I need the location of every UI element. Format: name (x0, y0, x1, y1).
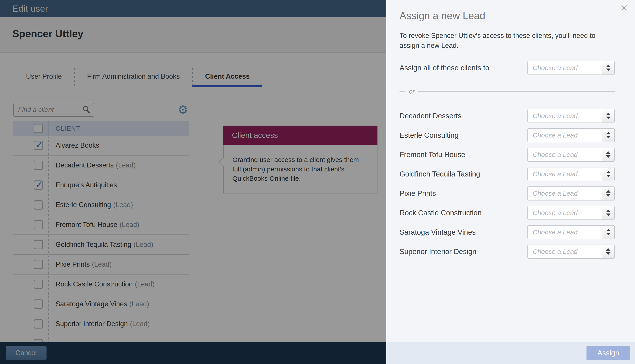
client-lead-row: Pixie Prints Choose a Lead (399, 184, 615, 203)
select-placeholder: Choose a Lead (528, 168, 602, 181)
divider-dash (399, 91, 405, 92)
client-name: Rock Castle Construction (399, 209, 481, 217)
spinner-arrows-icon (602, 206, 614, 220)
assign-all-lead-select[interactable]: Choose a Lead (527, 61, 615, 75)
arrow-down-icon (606, 252, 610, 255)
arrow-up-icon (606, 190, 610, 192)
arrow-down-icon (606, 136, 610, 138)
client-lead-row: Goldfinch Tequila Tasting Choose a Lead (399, 164, 615, 184)
arrow-up-icon (606, 171, 610, 173)
select-placeholder: Choose a Lead (528, 206, 602, 220)
client-name: Esterle Consulting (399, 131, 459, 140)
client-lead-row: Rock Castle Construction Choose a Lead (399, 203, 615, 222)
arrow-down-icon (606, 175, 610, 177)
arrow-down-icon (606, 155, 610, 158)
spinner-arrows-icon (602, 109, 614, 122)
lead-select[interactable]: Choose a Lead (527, 109, 615, 123)
select-placeholder: Choose a Lead (528, 129, 602, 142)
intro-period: . (457, 42, 459, 49)
per-client-lead-list: Decadent Desserts Choose a Lead Esterle … (399, 106, 615, 261)
select-placeholder: Choose a Lead (528, 109, 602, 122)
client-lead-row: Decadent Desserts Choose a Lead (399, 106, 615, 126)
lead-select[interactable]: Choose a Lead (527, 128, 615, 142)
arrow-up-icon (606, 64, 610, 67)
arrow-down-icon (606, 233, 610, 235)
lead-select[interactable]: Choose a Lead (527, 186, 615, 200)
select-placeholder: Choose a Lead (528, 187, 602, 200)
spinner-arrows-icon (602, 187, 614, 200)
assign-button[interactable]: Assign (586, 346, 630, 360)
panel-footer: Assign (386, 342, 635, 364)
arrow-down-icon (606, 214, 610, 216)
arrow-up-icon (606, 248, 610, 251)
select-placeholder: Choose a Lead (528, 148, 602, 161)
client-name: Goldfinch Tequila Tasting (399, 170, 480, 178)
spinner-arrows-icon (602, 226, 614, 239)
assign-all-label: Assign all of these clients to (399, 64, 489, 72)
panel-title: Assign a new Lead (399, 10, 615, 22)
arrow-up-icon (606, 151, 610, 154)
assign-lead-panel: ✕ Assign a new Lead To revoke Spencer Ut… (386, 0, 635, 364)
modal-dim-overlay (0, 0, 386, 364)
lead-select[interactable]: Choose a Lead (527, 244, 615, 259)
lead-select[interactable]: Choose a Lead (527, 148, 615, 162)
spinner-arrows-icon (602, 129, 614, 142)
panel-intro: To revoke Spencer Uttley’s access to the… (399, 31, 609, 51)
spinner-arrows-icon (602, 61, 614, 74)
arrow-down-icon (606, 194, 610, 196)
client-lead-row: Esterle Consulting Choose a Lead (399, 126, 615, 145)
select-placeholder: Choose a Lead (528, 61, 602, 74)
arrow-down-icon (606, 68, 610, 71)
select-placeholder: Choose a Lead (528, 245, 602, 258)
or-label: or (409, 88, 415, 95)
arrow-up-icon (606, 210, 610, 212)
or-divider: or (399, 88, 615, 95)
lead-select[interactable]: Choose a Lead (527, 225, 615, 239)
client-lead-row: Saratoga Vintage Vines Choose a Lead (399, 222, 615, 242)
arrow-down-icon (606, 116, 610, 119)
client-name: Fremont Tofu House (399, 150, 465, 159)
client-name: Decadent Desserts (399, 112, 461, 120)
client-name: Saratoga Vintage Vines (399, 228, 476, 236)
arrow-up-icon (606, 112, 610, 115)
arrow-up-icon (606, 229, 610, 231)
lead-term[interactable]: Lead (441, 42, 457, 50)
client-lead-row: Superior Interior Design Choose a Lead (399, 242, 615, 261)
spinner-arrows-icon (602, 245, 614, 258)
spinner-arrows-icon (602, 148, 614, 161)
divider-line (418, 91, 615, 92)
arrow-up-icon (606, 132, 610, 134)
assign-all-row: Assign all of these clients to Choose a … (399, 61, 615, 75)
lead-select[interactable]: Choose a Lead (527, 206, 615, 220)
spinner-arrows-icon (602, 168, 614, 181)
intro-text: To revoke Spencer Uttley’s access to the… (399, 32, 595, 49)
lead-select[interactable]: Choose a Lead (527, 167, 615, 181)
client-name: Pixie Prints (399, 189, 436, 198)
select-placeholder: Choose a Lead (528, 226, 602, 239)
client-lead-row: Fremont Tofu House Choose a Lead (399, 145, 615, 164)
client-name: Superior Interior Design (399, 248, 476, 256)
close-icon[interactable]: ✕ (620, 4, 628, 13)
screen: Edit user Spencer Uttley User Profile Fi… (0, 0, 635, 364)
